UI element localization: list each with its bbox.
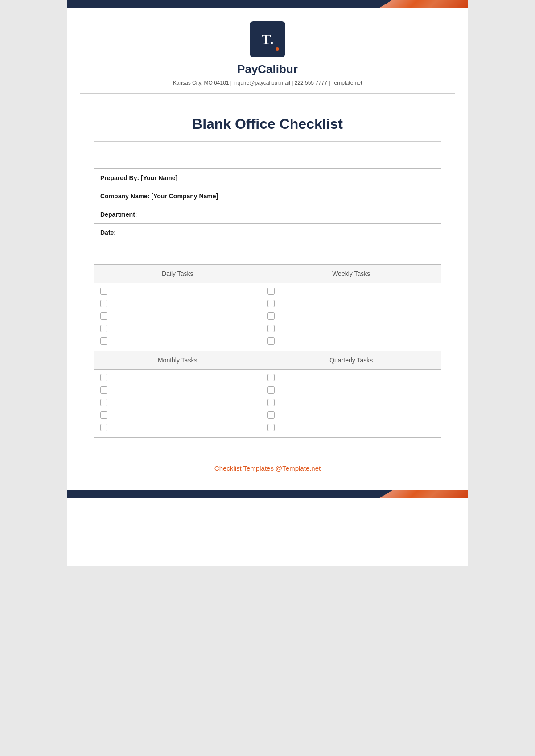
checkbox[interactable]	[100, 325, 107, 332]
checkbox-item	[100, 337, 255, 345]
checkbox-item	[100, 411, 255, 419]
checkbox[interactable]	[268, 312, 275, 320]
logo-container: T.	[250, 21, 285, 57]
task-section-header: Weekly Tasks	[261, 265, 441, 283]
checkbox-item	[268, 288, 435, 295]
checkbox[interactable]	[100, 411, 107, 419]
title-divider	[94, 141, 441, 142]
top-bar	[67, 0, 468, 8]
checkbox-item	[268, 300, 435, 307]
checkbox-cell	[94, 283, 261, 351]
brand-name: PayCalibur	[237, 62, 298, 76]
tasks-header-row-2: Monthly TasksQuarterly Tasks	[94, 351, 441, 370]
checkbox-cell	[94, 370, 261, 438]
info-table: Prepared By: [Your Name]Company Name: [Y…	[94, 168, 441, 242]
checkbox[interactable]	[268, 424, 275, 431]
task-section-header: Quarterly Tasks	[261, 351, 441, 370]
task-section-header: Monthly Tasks	[94, 351, 261, 370]
checkbox-item	[100, 386, 255, 394]
checkbox[interactable]	[100, 312, 107, 320]
info-cell: Date:	[94, 224, 441, 242]
footer-link[interactable]: Checklist Templates @Template.net	[214, 464, 321, 472]
doc-title: Blank Office Checklist	[94, 116, 441, 132]
tasks-table: Daily TasksWeekly TasksMonthly TasksQuar…	[94, 264, 441, 438]
checkbox[interactable]	[268, 337, 275, 345]
bottom-bar	[67, 490, 468, 498]
checkbox-item	[268, 411, 435, 419]
checkbox[interactable]	[268, 374, 275, 381]
checkbox-item	[268, 424, 435, 431]
checkbox-item	[100, 300, 255, 307]
info-row: Department:	[94, 205, 441, 224]
checkbox[interactable]	[100, 386, 107, 394]
task-section-header: Daily Tasks	[94, 265, 261, 283]
checkbox[interactable]	[100, 424, 107, 431]
contact-info: Kansas City, MO 64101 | inquire@paycalib…	[173, 80, 362, 86]
checkbox[interactable]	[100, 288, 107, 295]
info-cell: Company Name: [Your Company Name]	[94, 187, 441, 205]
checkbox-item	[100, 325, 255, 332]
checkbox-item	[268, 312, 435, 320]
info-section: Prepared By: [Your Name]Company Name: [Y…	[67, 155, 468, 251]
checkbox[interactable]	[100, 399, 107, 406]
checkbox-item	[100, 374, 255, 381]
tasks-section: Daily TasksWeekly TasksMonthly TasksQuar…	[67, 251, 468, 447]
footer: Checklist Templates @Template.net	[67, 447, 468, 490]
checkbox[interactable]	[268, 411, 275, 419]
checkbox-item	[268, 337, 435, 345]
checkbox[interactable]	[100, 374, 107, 381]
info-cell: Department:	[94, 205, 441, 224]
top-bar-accent	[379, 0, 468, 8]
header: T. PayCalibur Kansas City, MO 64101 | in…	[67, 8, 468, 93]
checkbox[interactable]	[268, 300, 275, 307]
info-row: Date:	[94, 224, 441, 242]
checkbox-cell	[261, 370, 441, 438]
checkbox[interactable]	[268, 325, 275, 332]
checkbox-item	[100, 312, 255, 320]
checkbox-item	[268, 374, 435, 381]
logo-letter: T.	[262, 31, 274, 48]
checkbox[interactable]	[100, 337, 107, 345]
logo-dot	[276, 47, 279, 51]
info-row: Company Name: [Your Company Name]	[94, 187, 441, 205]
checkbox[interactable]	[268, 386, 275, 394]
checkbox[interactable]	[268, 399, 275, 406]
checkbox-item	[268, 386, 435, 394]
checkbox-item	[100, 288, 255, 295]
bottom-bar-accent	[379, 490, 468, 498]
checkbox-item	[100, 424, 255, 431]
tasks-checkbox-row-2	[94, 370, 441, 438]
tasks-header-row: Daily TasksWeekly Tasks	[94, 265, 441, 283]
checkbox-item	[100, 399, 255, 406]
checkbox[interactable]	[268, 288, 275, 295]
checkbox[interactable]	[100, 300, 107, 307]
info-cell: Prepared By: [Your Name]	[94, 169, 441, 187]
checkbox-item	[268, 325, 435, 332]
checkbox-item	[268, 399, 435, 406]
info-row: Prepared By: [Your Name]	[94, 169, 441, 187]
doc-title-section: Blank Office Checklist	[67, 94, 468, 155]
checkbox-cell	[261, 283, 441, 351]
tasks-checkbox-row	[94, 283, 441, 351]
page: T. PayCalibur Kansas City, MO 64101 | in…	[67, 0, 468, 566]
